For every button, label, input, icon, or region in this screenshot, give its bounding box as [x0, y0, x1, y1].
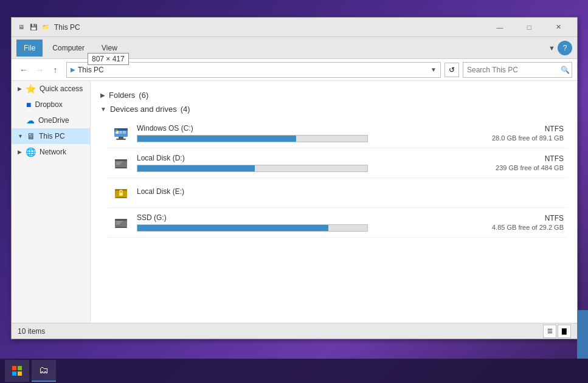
- nav-bar: ← → ↑ ▶ This PC ▼ ↺ 🔍: [12, 59, 577, 81]
- sidebar-item-network[interactable]: ▶ 🌐 Network: [12, 144, 90, 160]
- drive-item-c[interactable]: Windows OS (C:) NTFS 28.0 GB free of 89.…: [108, 119, 567, 148]
- svg-rect-17: [116, 164, 120, 165]
- svg-rect-3: [116, 139, 126, 140]
- svg-rect-23: [115, 219, 127, 221]
- svg-rect-6: [123, 131, 126, 134]
- sidebar-label-onedrive: OneDrive: [38, 116, 69, 125]
- svg-rect-31: [12, 371, 16, 376]
- sidebar-item-onedrive[interactable]: ☁ OneDrive: [12, 112, 90, 128]
- svg-rect-25: [115, 227, 127, 228]
- back-button[interactable]: ←: [16, 63, 31, 77]
- address-dropdown-icon[interactable]: ▼: [431, 66, 437, 73]
- drive-meta-g: NTFS 4.85 GB free of 29.2 GB: [466, 214, 564, 231]
- forward-button[interactable]: →: [32, 63, 47, 77]
- svg-rect-13: [125, 161, 126, 162]
- nav-arrows: ← → ↑: [16, 63, 63, 77]
- drive-bar-fill-c: [137, 136, 296, 142]
- start-button[interactable]: [5, 360, 29, 382]
- drive-bar-d: [137, 165, 368, 172]
- drive-item-g[interactable]: SSD (G:) NTFS 4.85 GB free of 29.2 GB: [108, 208, 567, 238]
- drives-section-header[interactable]: ▼ Devices and drives (4): [100, 105, 567, 114]
- drive-icon-c: [111, 123, 131, 143]
- svg-rect-5: [119, 131, 122, 134]
- drives-section-title: Devices and drives: [110, 105, 177, 114]
- address-bar[interactable]: ▶ This PC ▼: [66, 62, 441, 78]
- tab-file[interactable]: File: [16, 40, 43, 57]
- this-pc-expand-icon: ▼: [18, 133, 23, 139]
- network-expand-icon: ▶: [18, 149, 22, 155]
- svg-rect-32: [18, 371, 22, 376]
- drives-section-count: (4): [181, 105, 190, 114]
- svg-rect-2: [119, 137, 123, 139]
- this-pc-icon: 🖥: [27, 131, 35, 141]
- drive-name-e: Local Disk (E:): [137, 187, 460, 196]
- file-explorer-window: 🖥 💾 📁 This PC 807 × 417 — □ ✕ File Compu…: [11, 17, 578, 339]
- svg-rect-10: [116, 131, 117, 132]
- svg-rect-15: [116, 162, 122, 162]
- tab-view[interactable]: View: [94, 40, 125, 57]
- drive-list: Windows OS (C:) NTFS 28.0 GB free of 89.…: [108, 119, 567, 238]
- drive-space-g: 4.85 GB free of 29.2 GB: [466, 224, 564, 231]
- details-view-button[interactable]: ☰: [543, 325, 556, 338]
- network-icon: 🌐: [26, 147, 36, 157]
- sidebar: ▶ ⭐ Quick access ■ Dropbox ☁ OneDrive ▼ …: [12, 81, 91, 323]
- folders-section-title: Folders: [109, 91, 135, 100]
- drive-meta-d: NTFS 239 GB free of 484 GB: [466, 154, 564, 171]
- tab-computer[interactable]: Computer: [45, 40, 92, 57]
- main-panel: ▶ Folders (6) ▼ Devices and drives (4): [91, 81, 577, 323]
- svg-rect-12: [115, 159, 127, 161]
- drive-icon-d: [111, 153, 131, 173]
- search-input[interactable]: [467, 66, 558, 74]
- drive-bar-c: [137, 135, 368, 142]
- drive-item-d[interactable]: Local Disk (D:) NTFS 239 GB free of 484 …: [108, 148, 567, 178]
- svg-rect-20: [119, 193, 123, 196]
- maximize-button[interactable]: □: [515, 18, 543, 37]
- help-button[interactable]: ?: [558, 41, 572, 55]
- search-bar: 🔍: [463, 62, 572, 78]
- expand-arrow-icon: ▶: [18, 86, 22, 92]
- sidebar-item-quick-access[interactable]: ▶ ⭐ Quick access: [12, 81, 90, 97]
- svg-rect-7: [115, 129, 116, 131]
- drive-fs-d: NTFS: [466, 154, 564, 163]
- status-items-count: 10 items: [18, 327, 538, 336]
- search-icon[interactable]: 🔍: [561, 66, 570, 74]
- view-icons: ☰ ▇: [543, 325, 571, 338]
- drive-info-e: Local Disk (E:): [137, 187, 460, 198]
- close-button[interactable]: ✕: [544, 18, 572, 37]
- refresh-button[interactable]: ↺: [444, 63, 459, 77]
- onedrive-icon: ☁: [26, 116, 35, 125]
- window-icon: 🖥: [16, 22, 26, 32]
- drive-icon-g: [111, 213, 131, 232]
- tiles-view-button[interactable]: ▇: [558, 325, 571, 338]
- drive-icon-e: [111, 183, 131, 202]
- window-title: This PC: [54, 23, 486, 32]
- sidebar-item-dropbox[interactable]: ■ Dropbox: [12, 97, 90, 112]
- save-icon: 💾: [29, 22, 38, 32]
- drive-bar-fill-g: [137, 225, 328, 231]
- sidebar-label-quick-access: Quick access: [40, 85, 83, 93]
- svg-rect-27: [116, 223, 121, 223]
- minimize-button[interactable]: —: [486, 18, 514, 37]
- sidebar-item-this-pc[interactable]: ▼ 🖥 This PC: [12, 128, 90, 144]
- folders-section-header[interactable]: ▶ Folders (6): [100, 91, 567, 100]
- drive-fs-g: NTFS: [466, 214, 564, 223]
- svg-rect-16: [116, 163, 121, 164]
- drive-info-g: SSD (G:): [137, 213, 460, 232]
- taskbar: 🗂: [0, 359, 588, 383]
- svg-rect-24: [125, 221, 126, 222]
- drive-space-c: 28.0 GB free of 89.1 GB: [466, 134, 564, 142]
- sidebar-label-network: Network: [40, 148, 66, 156]
- drive-item-e[interactable]: Local Disk (E:): [108, 178, 567, 208]
- ribbon-expand[interactable]: ▼: [548, 44, 555, 52]
- file-explorer-taskbar-button[interactable]: 🗂: [32, 360, 56, 382]
- expand-chevron-icon: ▼: [548, 44, 555, 52]
- svg-rect-29: [12, 366, 16, 370]
- folders-expand-icon[interactable]: ▶: [100, 92, 105, 98]
- drive-bar-g: [137, 224, 368, 232]
- title-bar-icons: 🖥 💾 📁: [16, 22, 50, 32]
- drives-expand-icon[interactable]: ▼: [100, 106, 106, 112]
- svg-rect-14: [115, 167, 127, 168]
- up-button[interactable]: ↑: [48, 63, 63, 77]
- bottom-right-accent: [577, 310, 588, 359]
- drive-fs-c: NTFS: [466, 125, 564, 133]
